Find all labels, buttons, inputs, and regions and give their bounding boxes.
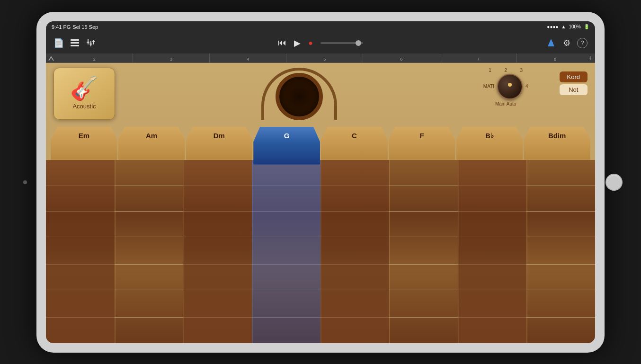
knob-num-4: 4 [525, 84, 528, 89]
svg-rect-5 [93, 40, 94, 44]
ipad-screen: 9:41 PG Sel 15 Sep ●●●● ▲ 100% 🔋 📄 [46, 21, 595, 343]
svg-rect-8 [92, 41, 95, 42]
main-knob[interactable] [497, 74, 523, 99]
chord-C[interactable]: C [321, 127, 388, 160]
soundhole-inner [276, 73, 323, 120]
left-camera [23, 180, 27, 184]
fret-divider-7 [526, 160, 527, 343]
wifi-icon: ▲ [561, 24, 566, 29]
chord-G[interactable]: G [253, 127, 320, 165]
add-track-button[interactable]: + [588, 54, 592, 62]
fretboard[interactable] [46, 160, 595, 343]
main-auto-label: Main Auto [495, 101, 516, 107]
progress-track[interactable] [320, 42, 363, 44]
knob-num-1: 1 [489, 68, 491, 73]
kord-not-container: Kord Not [560, 71, 588, 95]
record-button[interactable]: ● [308, 39, 313, 47]
settings-button[interactable]: ⚙ [563, 38, 570, 48]
svg-rect-0 [71, 39, 79, 41]
fret-divider-1 [115, 160, 116, 343]
toolbar: 📄 [46, 33, 595, 53]
mati-label: MATI [483, 84, 494, 89]
ruler-mark-6: 7 [440, 53, 516, 62]
chord-Dm[interactable]: Dm [186, 127, 253, 160]
progress-thumb [356, 40, 361, 46]
battery-display: 100% [569, 24, 581, 29]
help-button[interactable]: ? [577, 38, 588, 48]
chord-Am[interactable]: Am [118, 127, 185, 160]
instrument-card[interactable]: 🎸 Acoustic [53, 68, 115, 120]
chord-F[interactable]: F [389, 127, 455, 160]
date-display: Sel 15 Sep [72, 24, 98, 30]
ruler: 2 3 4 5 6 7 8 + [46, 53, 595, 63]
fret-divider-5 [389, 160, 390, 343]
svg-rect-7 [89, 44, 92, 44]
knob-num-3: 3 [520, 68, 523, 73]
knob-num-2: 2 [504, 68, 507, 73]
chord-Bdim[interactable]: Bdim [524, 127, 590, 160]
play-button[interactable]: ▶ [294, 38, 301, 48]
ruler-mark-7: 8 [516, 53, 593, 62]
svg-rect-1 [71, 42, 79, 44]
knob-indicator [508, 83, 512, 87]
instrument-name: Acoustic [72, 103, 96, 110]
ruler-mark-1: 2 [56, 53, 133, 62]
metronome-button[interactable] [546, 38, 556, 48]
ipad-frame: 9:41 PG Sel 15 Sep ●●●● ▲ 100% 🔋 📄 [36, 12, 605, 353]
battery-icon: 🔋 [584, 24, 589, 29]
not-button[interactable]: Not [560, 84, 588, 95]
chord-Bb[interactable]: B♭ [456, 127, 523, 160]
fret-cell-7 [458, 160, 526, 343]
time-display: 9:41 PG [52, 24, 71, 30]
svg-rect-2 [71, 45, 79, 46]
chord-row: Em Am Dm G C F B♭ [46, 124, 595, 160]
signal-icon: ●●●● [547, 24, 558, 29]
rewind-button[interactable]: ⏮ [278, 38, 286, 48]
ruler-mark-4: 5 [286, 53, 363, 62]
tracks-button[interactable] [71, 39, 80, 47]
chord-highlight [252, 160, 320, 343]
guitar-icon: 🎸 [70, 77, 98, 100]
knob-wrapper: 1 2 3 MATI 4 Main Auto [483, 68, 528, 107]
kord-button[interactable]: Kord [560, 71, 588, 82]
fret-cell-5 [320, 160, 389, 343]
top-section: 🎸 Acoustic 1 2 3 [46, 63, 595, 124]
new-song-button[interactable]: 📄 [53, 38, 64, 48]
ruler-mark-5: 6 [363, 53, 439, 62]
ruler-mark-2: 3 [133, 53, 209, 62]
svg-rect-6 [87, 42, 89, 43]
ruler-mark-3: 4 [209, 53, 286, 62]
fret-cell-1 [46, 160, 115, 343]
home-button[interactable] [605, 174, 623, 191]
fret-cell-3 [183, 160, 252, 343]
chord-Em[interactable]: Em [51, 127, 117, 160]
mixer-button[interactable] [87, 39, 95, 47]
guitar-main: 🎸 Acoustic 1 2 3 [46, 63, 595, 343]
soundhole-outer [261, 68, 337, 120]
status-bar: 9:41 PG Sel 15 Sep ●●●● ▲ 100% 🔋 [46, 21, 595, 33]
guitar-body [125, 68, 474, 120]
